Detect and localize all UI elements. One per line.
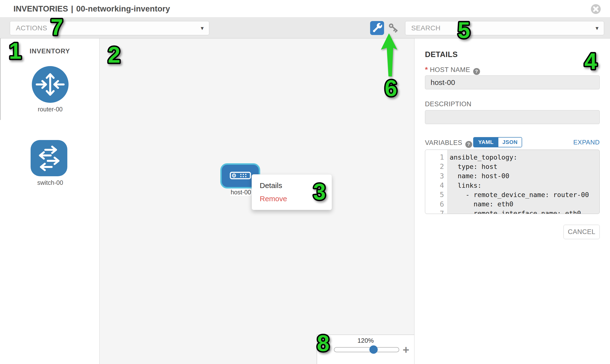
help-icon[interactable]: ? <box>473 68 480 75</box>
wrench-button[interactable] <box>370 21 384 35</box>
required-marker: * <box>425 65 428 73</box>
zoom-slider-knob[interactable] <box>369 345 378 354</box>
search-dropdown[interactable]: SEARCH ▾ <box>405 21 604 35</box>
router-icon <box>32 99 68 104</box>
cancel-button[interactable]: CANCEL <box>563 225 600 239</box>
editor-line: 2 type: host <box>425 162 599 171</box>
breadcrumb-separator: | <box>71 4 73 13</box>
line-number: 3 <box>425 172 447 180</box>
host-icon <box>230 172 251 181</box>
zoom-in-button[interactable]: + <box>403 344 409 355</box>
wrench-icon <box>370 32 384 36</box>
app-window: INVENTORIES|00-networking-inventory ACTI… <box>0 0 610 364</box>
line-number: 6 <box>425 200 447 208</box>
details-panel-title: DETAILS <box>425 50 458 59</box>
breadcrumb-item: 00-networking-inventory <box>76 4 170 13</box>
variables-editor[interactable]: 1ansible_topology: 2 type: host 3 name: … <box>425 150 600 214</box>
editor-line: 7 remote_interface_name: eth0 <box>425 209 599 214</box>
tab-yaml[interactable]: YAML <box>474 138 498 147</box>
editor-line: 6 name: eth0 <box>425 199 599 208</box>
close-icon[interactable] <box>591 4 601 14</box>
menu-item-remove[interactable]: Remove <box>252 192 332 205</box>
tab-json[interactable]: JSON <box>498 138 522 147</box>
editor-line: 1ansible_topology: <box>425 153 599 162</box>
palette-item-label: router-00 <box>13 106 87 113</box>
zoom-slider[interactable] <box>334 347 399 352</box>
line-number: 4 <box>425 181 447 189</box>
expand-link[interactable]: EXPAND <box>552 139 600 146</box>
palette-item-label: switch-00 <box>13 179 87 186</box>
page-header: INVENTORIES|00-networking-inventory <box>0 0 610 17</box>
key-icon[interactable] <box>388 22 400 34</box>
chevron-down-icon: ▾ <box>201 25 204 32</box>
sidebar-heading: INVENTORY <box>0 48 100 55</box>
switch-icon <box>31 173 67 177</box>
palette-item-router[interactable] <box>32 66 68 103</box>
description-label: DESCRIPTION <box>425 100 471 108</box>
palette-item-switch[interactable] <box>31 140 67 176</box>
variables-format-toggle: YAML JSON <box>473 137 522 147</box>
actions-dropdown-placeholder: ACTIONS <box>16 24 47 32</box>
host-node-label: host-00 <box>230 188 251 196</box>
actions-dropdown[interactable]: ACTIONS ▾ <box>10 21 209 35</box>
breadcrumb: INVENTORIES|00-networking-inventory <box>13 4 170 13</box>
breadcrumb-section: INVENTORIES <box>13 4 68 13</box>
variables-label: VARIABLES? <box>425 139 472 148</box>
host-name-label: *HOST NAME? <box>425 65 480 75</box>
line-number: 5 <box>425 190 447 199</box>
host-name-input[interactable] <box>425 75 600 89</box>
toolbar: ACTIONS ▾ <box>0 17 610 39</box>
line-number: 1 <box>425 153 447 161</box>
context-menu: Details Remove <box>252 174 332 210</box>
chevron-down-icon: ▾ <box>596 25 598 32</box>
zoom-level-value: 120% <box>317 337 414 344</box>
editor-line: 5 - remote_device_name: router-00 <box>425 190 599 199</box>
editor-line: 3 name: host-00 <box>425 171 599 181</box>
description-input[interactable] <box>425 110 600 124</box>
help-icon[interactable]: ? <box>465 141 472 148</box>
editor-line: 4 links: <box>425 181 599 190</box>
zoom-out-button[interactable]: − <box>324 344 330 355</box>
details-panel: DETAILS *HOST NAME? DESCRIPTION VARIABLE… <box>415 39 610 364</box>
search-dropdown-placeholder: SEARCH <box>411 24 441 32</box>
line-number: 2 <box>425 162 447 171</box>
zoom-control: 120% − + <box>317 335 414 364</box>
line-number: 7 <box>425 209 447 214</box>
menu-item-details[interactable]: Details <box>252 179 332 192</box>
